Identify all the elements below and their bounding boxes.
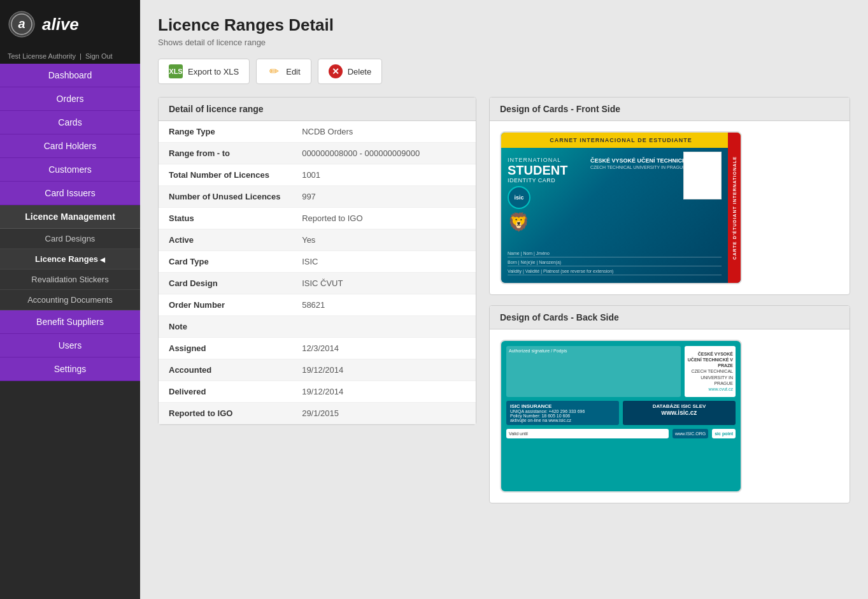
card-name-field: Name | Nom | Jméno: [508, 250, 722, 257]
alive-logo-icon: a: [8, 10, 36, 38]
card-fields: Name | Nom | Jméno Born | Né(e)le | Naro…: [508, 250, 722, 277]
card-born-field: Born | Né(e)le | Narozen(a): [508, 259, 722, 266]
card-validity-field: Validity | Validité | Platnost (see reve…: [508, 268, 722, 275]
signout-link[interactable]: Sign Out: [85, 52, 113, 60]
delete-icon: ✕: [329, 64, 343, 78]
detail-row: Range TypeNCDB Orders: [159, 121, 476, 143]
detail-row: Accounted19/12/2014: [159, 359, 476, 381]
card-design-front-box: Design of Cards - Front Side CARNET INTE…: [489, 97, 850, 295]
detail-row: Note: [159, 316, 476, 338]
card-international-label: INTERNATIONAL: [508, 157, 584, 163]
detail-field-label: Accounted: [159, 359, 292, 381]
isic-card-front: CARNET INTERNACIONAL DE ESTUDIANTE CARTE…: [500, 131, 742, 284]
card-right-stripe: CARTE D'ÉTUDIANT INTERNATIONALE: [728, 133, 741, 283]
sidebar-item-cards[interactable]: Cards: [0, 111, 140, 134]
sidebar-item-orders[interactable]: Orders: [0, 87, 140, 111]
sidebar-item-benefit-suppliers[interactable]: Benefit Suppliers: [0, 310, 140, 334]
detail-field-value: 12/3/2014: [292, 338, 476, 359]
delete-button[interactable]: ✕ Delete: [318, 59, 383, 84]
back-database-label: DATABÁZE ISIC SLEV: [627, 403, 732, 409]
back-insurance-box: ISIC INSURANCE UNIQA assistance: +420 29…: [506, 401, 619, 425]
detail-row: Number of Unused Licences997: [159, 186, 476, 208]
detail-table: Range TypeNCDB OrdersRange from - to0000…: [159, 121, 476, 424]
back-univ-name: ČESKÉ VYSOKÉ UČENÍ TECHNICKÉ V PRAZE: [687, 351, 733, 368]
back-point-box: sic point: [712, 429, 736, 438]
detail-field-value: [292, 316, 476, 338]
sidebar-item-revalidation-stickers[interactable]: Revalidation Stickers: [0, 270, 140, 290]
detail-field-value: 29/1/2015: [292, 403, 476, 424]
edit-label: Edit: [286, 67, 300, 76]
edit-icon: ✏: [267, 64, 281, 78]
detail-field-value: 000000008000 - 000000009000: [292, 143, 476, 164]
page-subtitle: Shows detail of licence range: [158, 38, 850, 47]
detail-field-label: Assigned: [159, 338, 292, 359]
detail-panel: Detail of licence range Range TypeNCDB O…: [158, 97, 476, 425]
sidebar-item-customers[interactable]: Customers: [0, 158, 140, 182]
back-czech-university: ČESKÉ VYSOKÉ UČENÍ TECHNICKÉ V PRAZE CZE…: [687, 351, 733, 392]
detail-field-value: 19/12/2014: [292, 381, 476, 403]
detail-field-label: Number of Unused Licences: [159, 186, 292, 208]
detail-field-value: ISIC ČVUT: [292, 273, 476, 294]
card-lion-emblem: 🦁: [508, 212, 584, 233]
card-design-back-box: Design of Cards - Back Side Authorized s…: [489, 305, 850, 503]
detail-field-value: 997: [292, 186, 476, 208]
edit-button[interactable]: ✏ Edit: [256, 59, 311, 84]
card-right-stripe-text: CARTE D'ÉTUDIANT INTERNATIONALE: [732, 156, 737, 259]
detail-row: ActiveYes: [159, 229, 476, 251]
card-identity-text: IDENTITY CARD: [508, 177, 584, 184]
detail-field-label: Card Type: [159, 251, 292, 273]
sidebar-item-card-holders[interactable]: Card Holders: [0, 134, 140, 158]
detail-row: Range from - to000000008000 - 0000000090…: [159, 143, 476, 164]
detail-field-label: Status: [159, 208, 292, 229]
detail-field-label: Range from - to: [159, 143, 292, 164]
back-isic-org: www.ISIC.ORG: [672, 429, 708, 438]
back-website: www.isic.cz: [627, 409, 732, 416]
detail-field-label: Note: [159, 316, 292, 338]
content-row: Detail of licence range Range TypeNCDB O…: [158, 97, 850, 503]
sidebar-item-card-issuers[interactable]: Card Issuers: [0, 182, 140, 205]
detail-row: Total Number of Licences1001: [159, 164, 476, 186]
back-valid-box: Valid until: [506, 429, 669, 438]
detail-field-label: Order Number: [159, 294, 292, 316]
detail-field-value: NCDB Orders: [292, 121, 476, 143]
card-photo-placeholder: [683, 152, 722, 199]
detail-field-value: Yes: [292, 229, 476, 251]
main-content: Licence Ranges Detail Shows detail of li…: [140, 0, 868, 599]
sidebar-item-settings[interactable]: Settings: [0, 357, 140, 381]
card-student-text: STUDENT: [508, 163, 584, 177]
detail-field-value: 1001: [292, 164, 476, 186]
svg-text:a: a: [18, 17, 25, 31]
detail-field-value: 58621: [292, 294, 476, 316]
detail-row: Card TypeISIC: [159, 251, 476, 273]
detail-row: StatusReported to IGO: [159, 208, 476, 229]
detail-field-value: 19/12/2014: [292, 359, 476, 381]
sidebar-item-card-designs[interactable]: Card Designs: [0, 229, 140, 249]
back-activate: aktivujte on-line na www.isic.cz: [510, 418, 615, 422]
licence-management-section: Licence Management: [0, 205, 140, 229]
back-valid-until-label: Valid until: [509, 431, 666, 436]
detail-field-label: Reported to IGO: [159, 403, 292, 424]
back-insurance-row: ISIC INSURANCE UNIQA assistance: +420 29…: [506, 401, 736, 425]
detail-field-label: Card Design: [159, 273, 292, 294]
isic-card-back: Authorized signature / Podpis ČESKÉ VYSO…: [500, 340, 742, 493]
card-isic-logo: isic: [508, 186, 530, 209]
sidebar-item-accounting-documents[interactable]: Accounting Documents: [0, 290, 140, 310]
detail-panel-header: Detail of licence range: [159, 97, 476, 121]
card-design-back-header: Design of Cards - Back Side: [490, 306, 850, 329]
back-logo-box: ČESKÉ VYSOKÉ UČENÍ TECHNICKÉ V PRAZE CZE…: [685, 346, 736, 397]
export-xls-button[interactable]: XLS Export to XLS: [158, 59, 250, 84]
back-uniqa: UNIQA assistance: +420 296 333 696: [510, 409, 615, 414]
detail-row: Delivered19/12/2014: [159, 381, 476, 403]
sidebar-item-licence-ranges[interactable]: Licence Ranges: [0, 249, 140, 270]
detail-row: Reported to IGO29/1/2015: [159, 403, 476, 424]
delete-label: Delete: [348, 67, 372, 76]
sidebar-item-dashboard[interactable]: Dashboard: [0, 64, 140, 87]
back-bottom-row: Valid until www.ISIC.ORG sic point: [506, 429, 736, 438]
back-database-box: DATABÁZE ISIC SLEV www.isic.cz: [623, 401, 736, 425]
card-design-front-header: Design of Cards - Front Side: [490, 97, 850, 121]
detail-field-label: Active: [159, 229, 292, 251]
export-xls-label: Export to XLS: [188, 67, 239, 76]
card-left-col: INTERNATIONAL STUDENT IDENTITY CARD isic…: [508, 157, 584, 233]
sidebar-item-users[interactable]: Users: [0, 334, 140, 357]
toolbar: XLS Export to XLS ✏ Edit ✕ Delete: [158, 59, 850, 84]
